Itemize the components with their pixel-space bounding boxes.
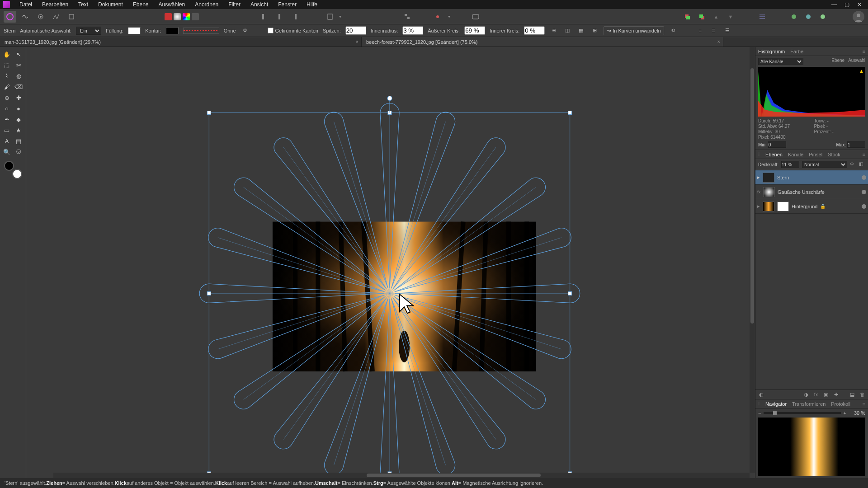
zoom-out-button[interactable]: − [758,410,761,416]
picker-tool[interactable]: ⦾ [13,146,24,157]
heal-tool[interactable]: ✚ [13,92,24,103]
clone-tool[interactable]: ⊕ [1,92,13,103]
burn-tool[interactable]: ● [13,103,24,114]
tab-transformieren[interactable]: Transformieren [792,401,826,407]
menu-hilfe[interactable]: Hilfe [302,1,322,8]
align-center-button[interactable] [273,11,286,23]
flood-tool[interactable]: ◍ [13,70,24,81]
geometry-subtract-button[interactable] [802,11,815,23]
navigator-preview[interactable] [758,418,865,476]
crop-tool[interactable]: ✂ [13,60,24,70]
color-swap[interactable] [4,161,22,179]
lasso-tool[interactable]: ⌇ [1,70,13,81]
menu-bearbeiten[interactable]: Bearbeiten [37,1,73,8]
selection-tool[interactable]: ⬚ [1,60,13,70]
tab-color[interactable]: Farbe [790,49,803,54]
tab-navigator[interactable]: Navigator [765,401,787,407]
histogram-min-input[interactable] [768,141,786,148]
distribute-button[interactable] [756,11,769,23]
text-tool[interactable]: A [1,136,13,146]
arrange-button[interactable] [401,11,414,23]
blend-mode-select[interactable]: Normal [802,161,847,168]
erase-tool[interactable]: ⌫ [13,81,24,92]
tab-kanaele[interactable]: Kanäle [788,152,803,157]
fx-button[interactable]: fx [812,390,820,399]
adjustment-button[interactable]: ◑ [802,390,810,399]
develop-persona-button[interactable] [34,11,47,23]
inner-radius-input[interactable] [402,26,423,35]
menu-auswaehlen[interactable]: Auswählen [153,1,190,8]
panel-menu-icon[interactable]: ≡ [863,152,865,157]
align-left-button[interactable] [259,11,271,23]
cycle-box-icon[interactable]: ▦ [576,26,585,35]
chevron-down-icon[interactable]: ▾ [339,14,341,19]
order-forward-button[interactable]: ▲ [710,11,722,23]
hand-tool[interactable]: ✋ [1,49,13,60]
menu-anordnen[interactable]: Anordnen [190,1,223,8]
panel-menu-icon[interactable]: ≡ [863,49,865,54]
opacity-input[interactable] [781,161,799,168]
histogram-ebene-link[interactable]: Ebene [831,58,844,63]
star-tool[interactable]: ★ [13,125,24,136]
window-close-icon[interactable]: ✕ [854,0,865,9]
gear-icon[interactable]: ⚙ [241,26,250,35]
zoom-tool[interactable]: 🔍 [1,146,13,157]
stroke-style-preview[interactable] [183,28,219,34]
order-backward-button[interactable]: ▼ [724,11,737,23]
group-button[interactable]: ▣ [822,390,830,399]
tab-histogram[interactable]: Histogramm [758,49,785,54]
close-icon[interactable]: × [356,39,359,44]
transform-origin-icon[interactable]: ⊕ [549,26,558,35]
tab-pinsel[interactable]: Pinsel [809,152,822,157]
swatch-red[interactable] [165,13,172,20]
histogram-max-input[interactable] [847,141,865,148]
brush-tool[interactable]: 🖌 [1,81,13,92]
zoom-in-button[interactable]: + [844,410,846,416]
panel-menu-icon[interactable]: ≡ [863,401,865,407]
curved-edges-checkbox[interactable]: Gekrümmte Kanten [268,28,318,33]
doc-setup-button[interactable] [324,11,336,23]
vertical-scrollbar[interactable] [750,47,755,473]
preview-button[interactable] [469,11,482,23]
stroke-swatch[interactable] [166,27,179,34]
menu-text[interactable]: Text [73,1,93,8]
panel-grip-icon[interactable]: ⁞ [758,401,760,407]
layer-row[interactable]: ▸ Stern [755,170,868,185]
visibility-toggle[interactable] [862,175,866,180]
autoselect-select[interactable]: Ein [76,27,101,35]
tab-ebenen[interactable]: Ebenen [765,152,783,157]
outer-circle-input[interactable] [464,26,485,35]
zoom-slider[interactable] [764,412,840,414]
points-input[interactable] [345,26,366,35]
gear-icon[interactable]: ⚙ [850,161,856,168]
order-front-button[interactable] [681,11,693,23]
chevron-down-icon[interactable]: ▾ [448,14,450,19]
dodge-tool[interactable]: ○ [1,103,13,114]
swatch-hue[interactable] [183,13,190,20]
expand-icon[interactable]: ▸ [757,203,760,209]
snap-button[interactable] [433,11,445,23]
account-avatar[interactable] [853,11,864,23]
layer-row[interactable]: ▸ Hintergrund 🔒 [755,199,868,214]
menu-datei[interactable]: Datei [14,1,37,8]
align-right-button[interactable] [288,11,300,23]
horizontal-scrollbar[interactable] [53,473,750,478]
align-h1-icon[interactable]: ≡ [696,26,705,35]
menu-dokument[interactable]: Dokument [93,1,128,8]
move-tool[interactable]: ↖ [13,49,24,60]
shape-tool[interactable]: ▭ [1,125,13,136]
tone-persona-button[interactable] [50,11,62,23]
gradient-tool[interactable]: ▤ [13,136,24,146]
close-icon[interactable]: × [717,39,720,44]
menu-filter[interactable]: Filter [223,1,245,8]
photo-persona-button[interactable] [4,11,16,23]
canvas-area[interactable] [26,47,755,478]
export-persona-button[interactable] [65,11,78,23]
convert-curves-button[interactable]: ↝In Kurven umwandeln [604,26,664,35]
tab-document-2[interactable]: beech-forest-779902_1920.jpg [Geändert] … [362,37,723,47]
menu-ebene[interactable]: Ebene [128,1,154,8]
align-h3-icon[interactable]: ☰ [723,26,732,35]
visibility-toggle[interactable] [862,204,866,209]
swatch-grey[interactable] [192,13,199,20]
expand-icon[interactable]: ▸ [757,174,760,180]
